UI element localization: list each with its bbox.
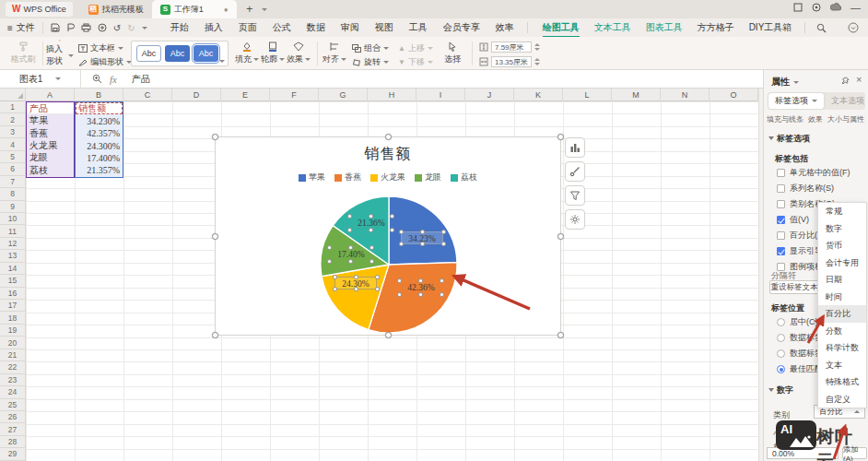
outline-button[interactable]: 轮廓 — [261, 40, 285, 67]
cell-a6[interactable]: 荔枝 — [27, 164, 74, 176]
dropdown-item-特殊格式[interactable]: 特殊格式 — [818, 373, 866, 391]
column-header-N[interactable]: N — [661, 89, 710, 101]
column-header-D[interactable]: D — [172, 89, 221, 101]
cell-b3[interactable]: 42.357% — [76, 127, 123, 139]
row-header-10[interactable]: 10 — [0, 213, 25, 225]
shape-style-1[interactable]: Abc — [136, 45, 161, 62]
column-header-I[interactable]: I — [416, 89, 465, 101]
radio-icon[interactable] — [777, 318, 785, 326]
shape-style-3[interactable]: Abc — [194, 45, 218, 62]
row-header-21[interactable]: 21 — [0, 349, 25, 361]
chart-resize-handle[interactable] — [212, 233, 218, 240]
hide-ribbon-icon[interactable] — [848, 22, 859, 33]
cell-a4[interactable]: 火龙果 — [27, 139, 74, 151]
row-header-8[interactable]: 8 — [0, 188, 25, 200]
checkbox-icon[interactable] — [777, 184, 785, 193]
column-header-O[interactable]: O — [710, 89, 758, 101]
cell-b1[interactable]: 销售额 — [76, 102, 123, 114]
wps-brand[interactable]: W WPS Office — [6, 2, 73, 17]
tab-label-options[interactable]: 标签选项 — [768, 93, 824, 109]
row-header-24[interactable]: 24 — [0, 386, 25, 398]
gallery-more-icon[interactable] — [219, 60, 225, 63]
column-header-G[interactable]: G — [319, 89, 368, 101]
data-label-banana[interactable]: 42.36% — [400, 281, 442, 294]
subtab-填充与线条[interactable]: 填充与线条 — [767, 114, 803, 128]
menu-效率[interactable]: 效率 — [496, 21, 514, 34]
shape-style-2[interactable]: Abc — [165, 45, 190, 62]
value-range-b1-b6[interactable]: 销售额34.230%42.357%24.300%17.400%21.357% — [75, 101, 123, 178]
chart-resize-handle[interactable] — [385, 134, 392, 140]
menu-插入[interactable]: 插入 — [205, 21, 223, 34]
tab-text-options[interactable]: 文本选项 — [831, 95, 864, 107]
data-label-apple[interactable]: 34.23% — [401, 231, 443, 244]
align-button[interactable]: 对齐 — [323, 40, 346, 67]
move-down-button[interactable]: ▼ 下移 — [398, 56, 433, 68]
fx-icon[interactable]: fx — [110, 74, 117, 85]
checkbox-单元格中的值(F)[interactable]: 单元格中的值(F) — [777, 165, 850, 181]
menu-数据[interactable]: 数据 — [307, 21, 325, 34]
column-header-F[interactable]: F — [270, 89, 319, 101]
edit-shape-button[interactable]: 编辑形状 — [78, 56, 132, 68]
tool-tab-方方格子[interactable]: 方方格子 — [698, 21, 734, 34]
row-header-11[interactable]: 11 — [0, 225, 25, 237]
checkbox-icon[interactable] — [777, 231, 785, 240]
insert-shape-button[interactable]: 插入形状 — [46, 40, 74, 67]
tool-tab-绘图工具[interactable]: 绘图工具 — [543, 21, 580, 34]
row-header-6[interactable]: 6 — [0, 163, 25, 175]
column-header-A[interactable]: A — [26, 89, 75, 101]
cell-a1[interactable]: 产品 — [27, 102, 74, 114]
chart-type-button[interactable] — [565, 137, 585, 158]
data-label-longan[interactable]: 17.40% — [330, 248, 372, 261]
skin-icon[interactable] — [812, 3, 821, 12]
row-header-28[interactable]: 28 — [0, 436, 25, 448]
dropdown-item-日期[interactable]: 日期 — [818, 271, 866, 289]
text-box-button[interactable]: 文本框 — [78, 42, 123, 54]
radio-icon[interactable] — [777, 365, 785, 373]
zoom-formula-icon[interactable] — [92, 74, 102, 84]
column-header-L[interactable]: L — [563, 89, 612, 101]
row-header-5[interactable]: 5 — [0, 151, 25, 163]
column-header-B[interactable]: B — [75, 89, 123, 101]
tab-templates[interactable]: 稻 找稻壳模板 — [80, 0, 152, 18]
layout-icon[interactable] — [793, 3, 803, 12]
menu-审阅[interactable]: 审阅 — [341, 21, 359, 34]
row-header-17[interactable]: 17 — [0, 300, 25, 312]
redo-icon[interactable]: ↻ — [127, 23, 135, 33]
row-header-25[interactable]: 25 — [0, 399, 25, 411]
file-menu-button[interactable]: ≡ 文件 — [0, 18, 42, 37]
export-pdf-icon[interactable] — [66, 23, 75, 32]
dropdown-item-时间[interactable]: 时间 — [818, 289, 866, 306]
rotate-button[interactable]: 旋转 — [352, 56, 389, 68]
radio-icon[interactable] — [777, 349, 785, 358]
column-header-C[interactable]: C — [123, 89, 172, 101]
data-label-lychee[interactable]: 21.36% — [350, 217, 393, 230]
row-header-1[interactable]: 1 — [0, 101, 25, 113]
dropdown-item-会计专用[interactable]: 会计专用 — [818, 254, 866, 272]
category-range-a1-a6[interactable]: 产品苹果香蕉火龙果龙眼荔枝 — [26, 101, 75, 178]
menu-公式[interactable]: 公式 — [273, 21, 291, 34]
row-header-22[interactable]: 22 — [0, 361, 25, 373]
move-up-button[interactable]: ▲ 上移 — [398, 42, 433, 54]
checkbox-icon[interactable] — [777, 216, 785, 224]
fill-button[interactable]: 填充 — [235, 40, 259, 67]
pie-chart-object[interactable]: 销售额 苹果香蕉火龙果龙眼荔枝 34.23% 42.36% 24.30% 17.… — [215, 136, 561, 336]
chart-style-button[interactable] — [565, 161, 585, 182]
chart-resize-handle[interactable] — [212, 134, 218, 140]
row-header-3[interactable]: 3 — [0, 126, 25, 138]
panel-title-chevron-icon[interactable] — [793, 81, 799, 84]
minimize-icon[interactable]: — — [850, 2, 861, 13]
dropdown-item-百分比[interactable]: 百分比 — [818, 305, 866, 323]
dropdown-item-数字[interactable]: 数字 — [818, 220, 866, 238]
row-header-20[interactable]: 20 — [0, 337, 25, 349]
row-header-19[interactable]: 19 — [0, 325, 25, 337]
dropdown-item-常规[interactable]: 常规 — [818, 203, 866, 220]
menu-会员专享[interactable]: 会员专享 — [443, 21, 480, 34]
select-button[interactable]: 选择 — [440, 40, 464, 67]
save-icon[interactable] — [51, 23, 60, 32]
cell-b2[interactable]: 34.230% — [76, 114, 123, 126]
row-header-14[interactable]: 14 — [0, 263, 25, 275]
menu-开始[interactable]: 开始 — [170, 21, 189, 34]
chart-resize-handle[interactable] — [557, 332, 564, 338]
quick-access-chevron-icon[interactable] — [142, 27, 147, 30]
row-header-26[interactable]: 26 — [0, 411, 25, 423]
